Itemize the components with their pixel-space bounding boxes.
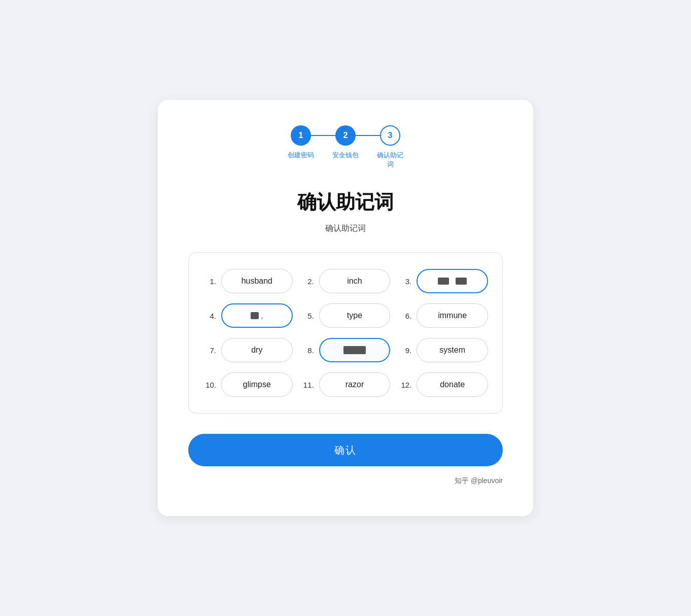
word-text-12: donate [440, 380, 465, 389]
step-label-1: 创建密码 [279, 151, 323, 169]
word-number-5: 5. [301, 312, 314, 320]
word-box-3[interactable] [417, 269, 488, 293]
step-3-circle: 3 [380, 125, 400, 146]
word-item-4: 4. , [203, 303, 293, 328]
watermark: 知乎 @pleuvoir [188, 476, 503, 486]
word-item-9: 9. system [398, 338, 488, 362]
word-box-9: system [417, 338, 488, 362]
word-text-6: immune [438, 311, 467, 320]
confirm-button[interactable]: 确认 [188, 434, 503, 466]
word-item-3: 3. [398, 269, 488, 293]
word-text-1: husband [241, 277, 272, 286]
step-label-3: 确认助记 词 [368, 151, 412, 169]
word-number-1: 1. [203, 277, 216, 286]
word-number-6: 6. [398, 312, 411, 320]
word-item-7: 7. dry [203, 338, 293, 362]
word-box-2: inch [319, 269, 391, 293]
main-card: 1 2 3 创建密码 安全钱包 确认助记 词 确认助记词 确认助记词 1. hu… [158, 100, 533, 516]
word-box-11: razor [319, 372, 391, 397]
word-text-7: dry [251, 346, 262, 355]
word-item-10: 10. glimpse [203, 372, 293, 397]
word-number-10: 10. [203, 381, 216, 389]
stepper: 1 2 3 创建密码 安全钱包 确认助记 词 [188, 125, 503, 169]
word-text-11: razor [345, 380, 364, 389]
word-item-6: 6. immune [398, 303, 488, 328]
word-text-5: type [347, 311, 362, 320]
word-text-2: inch [347, 277, 362, 286]
word-number-12: 12. [398, 381, 411, 389]
redacted-4a [251, 312, 259, 319]
word-number-2: 2. [301, 277, 314, 286]
word-item-8: 8. [301, 338, 391, 362]
space-3 [451, 277, 453, 286]
step-1-circle: 1 [291, 125, 311, 146]
word-box-5: type [319, 303, 391, 328]
word-box-8[interactable] [319, 338, 391, 362]
word-number-9: 9. [398, 346, 411, 355]
word-number-8: 8. [301, 346, 314, 355]
word-item-5: 5. type [301, 303, 391, 328]
page-title: 确认助记词 [188, 189, 503, 215]
word-number-7: 7. [203, 346, 216, 355]
step-label-2: 安全钱包 [323, 151, 368, 169]
word-number-11: 11. [301, 381, 314, 389]
word-text-10: glimpse [243, 380, 271, 389]
stepper-labels: 创建密码 安全钱包 确认助记 词 [279, 151, 412, 169]
step-2-circle: 2 [335, 125, 356, 146]
page-subtitle: 确认助记词 [188, 223, 503, 234]
word-item-1: 1. husband [203, 269, 293, 293]
cursor-4: , [261, 312, 263, 320]
word-item-11: 11. razor [301, 372, 391, 397]
word-item-12: 12. donate [398, 372, 488, 397]
redacted-3a [438, 278, 449, 285]
redacted-8 [343, 346, 366, 354]
redacted-3b [456, 278, 467, 285]
word-box-12: donate [417, 372, 488, 397]
word-box-1: husband [221, 269, 293, 293]
word-box-4[interactable]: , [221, 303, 293, 328]
stepper-circles: 1 2 3 [291, 125, 400, 146]
step-line-2 [356, 135, 380, 136]
word-number-4: 4. [203, 312, 216, 320]
word-box-7: dry [221, 338, 293, 362]
word-text-9: system [439, 346, 465, 355]
word-item-2: 2. inch [301, 269, 391, 293]
words-grid: 1. husband 2. inch 3. [203, 269, 488, 397]
word-box-10: glimpse [221, 372, 293, 397]
step-line-1 [311, 135, 335, 136]
word-number-3: 3. [398, 277, 411, 286]
words-container: 1. husband 2. inch 3. [188, 252, 503, 414]
word-box-6: immune [417, 303, 488, 328]
